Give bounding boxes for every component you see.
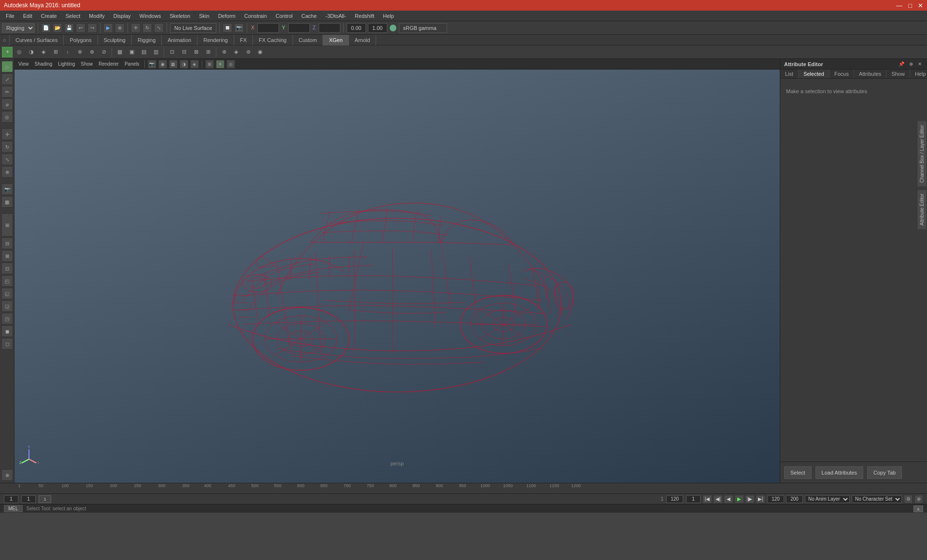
- attr-editor-close-btn[interactable]: ✕: [916, 61, 923, 67]
- select-button[interactable]: Select: [784, 466, 812, 479]
- frame-current-input[interactable]: [21, 495, 36, 503]
- tool-a2[interactable]: ⊟: [1, 238, 13, 249]
- menu-create[interactable]: Create: [37, 12, 61, 20]
- panels-menu[interactable]: Panels: [123, 61, 141, 67]
- menu-edit[interactable]: Edit: [19, 12, 36, 20]
- frame-end-input[interactable]: [666, 495, 683, 503]
- tab-home-icon[interactable]: ⌂: [0, 35, 10, 45]
- tool-a4[interactable]: ⊡: [1, 263, 13, 274]
- universal-manip[interactable]: ⊕: [1, 166, 13, 178]
- menu-skeleton[interactable]: Skeleton: [166, 12, 194, 20]
- tab-fx[interactable]: FX: [234, 35, 253, 45]
- copy-tab-button[interactable]: Copy Tab: [867, 466, 902, 479]
- xgen-tool12-icon[interactable]: ▥: [151, 47, 161, 57]
- step-forward-btn[interactable]: |▶: [745, 495, 755, 504]
- lasso-icon[interactable]: ⊕: [115, 23, 125, 33]
- minimize-btn[interactable]: —: [896, 2, 902, 9]
- xgen-tool8-icon[interactable]: ⊘: [98, 47, 109, 57]
- vp-icon-light[interactable]: ☀: [216, 60, 225, 69]
- tab-curves-surfaces[interactable]: Curves / Surfaces: [10, 35, 64, 45]
- tab-polygons[interactable]: Polygons: [64, 35, 98, 45]
- anim-setting-icon[interactable]: ⚙: [904, 495, 913, 504]
- attr-tab-help[interactable]: Help: [910, 70, 927, 78]
- xgen-select-icon[interactable]: ✦: [2, 47, 13, 57]
- vp-icon-cam[interactable]: 📷: [148, 60, 156, 69]
- gamma-icon[interactable]: [389, 24, 397, 32]
- load-attributes-button[interactable]: Load Attributes: [815, 466, 863, 479]
- paint-tool[interactable]: ✏: [1, 86, 13, 98]
- menu-file[interactable]: File: [2, 12, 18, 20]
- val2-input[interactable]: [368, 23, 387, 33]
- view-menu[interactable]: View: [16, 61, 31, 67]
- vp-icon-shaded[interactable]: ◑: [180, 60, 188, 69]
- menu-control[interactable]: Control: [272, 12, 296, 20]
- tab-rigging[interactable]: Rigging: [132, 35, 162, 45]
- tool-b4[interactable]: ◳: [1, 313, 13, 324]
- xgen-tool15-icon[interactable]: ⊠: [191, 47, 201, 57]
- xgen-tool18-icon[interactable]: ◈: [231, 47, 241, 57]
- menu-display[interactable]: Display: [110, 12, 135, 20]
- menu-3dtoa[interactable]: -3DtoAll-: [322, 12, 350, 20]
- renderer-menu[interactable]: Renderer: [97, 61, 121, 67]
- tab-sculpting[interactable]: Sculpting: [98, 35, 132, 45]
- tab-animation[interactable]: Animation: [162, 35, 197, 45]
- snap-icon[interactable]: 🔲: [223, 23, 232, 33]
- xgen-tool19-icon[interactable]: ⊛: [243, 47, 253, 57]
- tool-a1[interactable]: ⊞: [1, 213, 13, 237]
- window-controls[interactable]: — □ ✕: [896, 2, 923, 9]
- step-back-btn[interactable]: ◀|: [713, 495, 723, 504]
- status-bar-expand-btn[interactable]: ▲: [913, 505, 923, 512]
- xgen-tool6-icon[interactable]: ⊕: [74, 47, 85, 57]
- xgen-tool17-icon[interactable]: ⊕: [219, 47, 229, 57]
- grid-tool[interactable]: ▦: [1, 196, 13, 208]
- attr-tab-selected[interactable]: Selected: [799, 70, 829, 78]
- play-forward-btn[interactable]: ▶: [734, 495, 744, 504]
- cam-icon[interactable]: 📷: [234, 23, 244, 33]
- z-coord-input[interactable]: [319, 23, 340, 33]
- attr-tab-list[interactable]: List: [780, 70, 799, 78]
- anim-extra-icon[interactable]: ⊕: [914, 495, 923, 504]
- xgen-tool7-icon[interactable]: ⊗: [86, 47, 97, 57]
- xgen-tool2-icon[interactable]: ◑: [26, 47, 37, 57]
- tab-custom[interactable]: Custom: [293, 35, 323, 45]
- maximize-btn[interactable]: □: [908, 2, 912, 9]
- xgen-tool3-icon[interactable]: ◈: [38, 47, 49, 57]
- y-coord-input[interactable]: [288, 23, 310, 33]
- open-icon[interactable]: 📂: [53, 23, 62, 33]
- tool-b1[interactable]: ◰: [1, 275, 13, 287]
- tab-xgen[interactable]: XGen: [323, 35, 349, 45]
- xgen-tool20-icon[interactable]: ◉: [255, 47, 266, 57]
- attr-editor-pin-btn[interactable]: 📌: [897, 61, 906, 67]
- new-icon[interactable]: 📄: [41, 23, 51, 33]
- val1-input[interactable]: [347, 23, 366, 33]
- menu-modify[interactable]: Modify: [85, 12, 108, 20]
- viewport[interactable]: View Shading Lighting Show Renderer Pane…: [14, 59, 780, 483]
- xgen-tool4-icon[interactable]: ⊞: [50, 47, 61, 57]
- undo-icon[interactable]: ↩: [76, 23, 85, 33]
- x-coord-input[interactable]: [257, 23, 279, 33]
- vp-icon-obj[interactable]: ◉: [158, 60, 167, 69]
- close-btn[interactable]: ✕: [918, 2, 923, 9]
- anim-layer-select[interactable]: No Anim Layer: [805, 495, 850, 503]
- scale-tool[interactable]: ⤡: [1, 154, 13, 165]
- menu-constrain[interactable]: Constrain: [240, 12, 271, 20]
- xgen-tool5-icon[interactable]: ↑: [62, 47, 73, 57]
- tool-b2[interactable]: ◱: [1, 288, 13, 299]
- view-camera[interactable]: 📷: [1, 183, 13, 195]
- shading-menu[interactable]: Shading: [33, 61, 55, 67]
- menu-windows[interactable]: Windows: [136, 12, 165, 20]
- go-end-btn[interactable]: ▶|: [756, 495, 765, 504]
- frame-check[interactable]: 1: [39, 495, 51, 503]
- attr-tab-show[interactable]: Show: [886, 70, 910, 78]
- redo-icon[interactable]: ↪: [87, 23, 97, 33]
- tab-fx-caching[interactable]: FX Caching: [253, 35, 293, 45]
- timeline-ruler[interactable]: 1 50 100 150 200 250 300 350 400 450 500…: [0, 483, 927, 493]
- menu-cache[interactable]: Cache: [297, 12, 321, 20]
- tab-arnold[interactable]: Arnold: [349, 35, 377, 45]
- vp-icon-wire[interactable]: ▦: [169, 60, 178, 69]
- play-back-btn[interactable]: ◀: [724, 495, 733, 504]
- attr-tab-attributes[interactable]: Attributes: [854, 70, 886, 78]
- channel-box-tab[interactable]: Channel Box / Layer Editor: [917, 121, 927, 187]
- xgen-tool14-icon[interactable]: ⊟: [179, 47, 189, 57]
- menu-help[interactable]: Help: [379, 12, 398, 20]
